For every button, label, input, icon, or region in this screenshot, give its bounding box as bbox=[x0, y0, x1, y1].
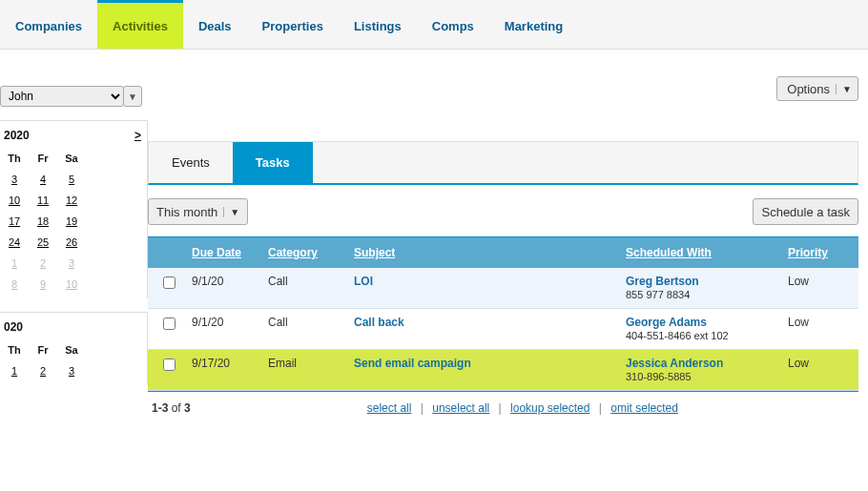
user-dropdown[interactable]: John bbox=[0, 86, 124, 107]
grid-footer: 1-3 of 3 select all | unselect all | loo… bbox=[148, 391, 858, 424]
calendar-day[interactable]: 18 bbox=[29, 211, 57, 232]
cell-phone: 404-551-8466 ext 102 bbox=[626, 330, 729, 341]
calendar-dow: Fr bbox=[29, 339, 57, 360]
cell-phone: 855 977 8834 bbox=[626, 289, 690, 300]
cell-category: Call bbox=[262, 309, 348, 349]
column-checkbox bbox=[148, 237, 186, 268]
calendar-dow: Th bbox=[0, 148, 29, 169]
options-button[interactable]: Options▼ bbox=[776, 76, 858, 101]
calendar-1: 2020> ThFrSa 345101112171819242526123891… bbox=[0, 120, 148, 298]
calendar-day[interactable]: 26 bbox=[57, 232, 86, 253]
calendar-day[interactable]: 1 bbox=[0, 360, 29, 381]
nav-listings[interactable]: Listings bbox=[339, 0, 417, 49]
schedule-task-button[interactable]: Schedule a task bbox=[753, 198, 858, 225]
subtabs: EventsTasks bbox=[148, 141, 858, 185]
calendar-day[interactable]: 10 bbox=[0, 190, 29, 211]
calendar-day: 10 bbox=[57, 274, 86, 295]
calendar-dow: Sa bbox=[57, 148, 86, 169]
cell-phone: 310-896-5885 bbox=[626, 371, 692, 382]
column-category[interactable]: Category bbox=[262, 237, 348, 268]
cell-contact-link[interactable]: Greg Bertson bbox=[626, 275, 699, 288]
calendar-day: 2 bbox=[29, 253, 57, 274]
calendar-year-2: 020 bbox=[4, 320, 23, 334]
calendar-dow: Sa bbox=[57, 339, 86, 360]
nav-deals[interactable]: Deals bbox=[183, 0, 247, 49]
calendar-dow: Th bbox=[0, 339, 29, 360]
row-checkbox[interactable] bbox=[163, 276, 176, 289]
calendar-2: 020 ThFrSa 123 bbox=[0, 312, 148, 385]
date-filter-button[interactable]: This month▼ bbox=[148, 198, 248, 225]
grid-header: Due Date Category Subject Scheduled With… bbox=[148, 237, 858, 268]
row-checkbox[interactable] bbox=[163, 317, 176, 330]
cell-priority: Low bbox=[782, 350, 858, 390]
calendar-day[interactable]: 3 bbox=[57, 360, 86, 381]
table-row: 9/17/20EmailSend email campaignJessica A… bbox=[148, 350, 858, 391]
cell-priority: Low bbox=[782, 268, 858, 308]
unselect-all-link[interactable]: unselect all bbox=[432, 401, 489, 415]
calendar-day[interactable]: 24 bbox=[0, 232, 29, 253]
nav-companies[interactable]: Companies bbox=[0, 0, 97, 49]
calendar-day[interactable]: 4 bbox=[29, 169, 57, 190]
subtab-events[interactable]: Events bbox=[149, 142, 233, 183]
calendar-day[interactable]: 5 bbox=[57, 169, 86, 190]
nav-activities[interactable]: Activities bbox=[97, 0, 183, 49]
cell-contact-link[interactable]: George Adams bbox=[626, 316, 707, 329]
calendar-day[interactable]: 12 bbox=[57, 190, 86, 211]
column-priority[interactable]: Priority bbox=[782, 237, 858, 268]
calendar-day[interactable]: 3 bbox=[0, 169, 29, 190]
cell-due-date: 9/1/20 bbox=[186, 309, 262, 349]
nav-marketing[interactable]: Marketing bbox=[489, 0, 578, 49]
caret-icon: ▼ bbox=[223, 207, 239, 217]
cell-priority: Low bbox=[782, 309, 858, 349]
calendar-day: 3 bbox=[57, 253, 86, 274]
calendar-day[interactable]: 25 bbox=[29, 232, 57, 253]
column-scheduled-with[interactable]: Scheduled With bbox=[620, 237, 782, 268]
calendar-day[interactable]: 2 bbox=[29, 360, 57, 381]
omit-selected-link[interactable]: omit selected bbox=[610, 401, 678, 415]
table-row: 9/1/20CallCall backGeorge Adams404-551-8… bbox=[148, 309, 858, 350]
user-selector: John ▼ bbox=[0, 86, 148, 107]
top-nav: CompaniesActivitiesDealsPropertiesListin… bbox=[0, 0, 868, 50]
cell-due-date: 9/1/20 bbox=[186, 268, 262, 308]
cell-contact-link[interactable]: Jessica Anderson bbox=[626, 357, 723, 370]
subtab-tasks[interactable]: Tasks bbox=[233, 142, 313, 183]
calendar-day[interactable]: 11 bbox=[29, 190, 57, 211]
cell-due-date: 9/17/20 bbox=[186, 350, 262, 390]
nav-properties[interactable]: Properties bbox=[247, 0, 339, 49]
calendar-day[interactable]: 17 bbox=[0, 211, 29, 232]
column-due-date[interactable]: Due Date bbox=[186, 237, 262, 268]
cell-category: Email bbox=[262, 350, 348, 390]
calendar-day[interactable]: 19 bbox=[57, 211, 86, 232]
cell-subject-link[interactable]: Call back bbox=[354, 316, 404, 329]
tasks-grid: Due Date Category Subject Scheduled With… bbox=[148, 236, 858, 424]
column-subject[interactable]: Subject bbox=[348, 237, 620, 268]
table-row: 9/1/20CallLOIGreg Bertson855 977 8834Low bbox=[148, 268, 858, 309]
lookup-selected-link[interactable]: lookup selected bbox=[510, 401, 589, 415]
calendar-year: 2020 bbox=[4, 129, 30, 142]
cell-category: Call bbox=[262, 268, 348, 308]
calendar-dow: Fr bbox=[29, 148, 57, 169]
calendar-next[interactable]: > bbox=[134, 129, 141, 142]
cell-subject-link[interactable]: Send email campaign bbox=[354, 357, 471, 370]
calendar-day: 8 bbox=[0, 274, 29, 295]
nav-comps[interactable]: Comps bbox=[417, 0, 489, 49]
calendar-day: 1 bbox=[0, 253, 29, 274]
cell-subject-link[interactable]: LOI bbox=[354, 275, 373, 288]
row-checkbox[interactable] bbox=[163, 358, 176, 371]
caret-icon: ▼ bbox=[836, 84, 852, 94]
user-dropdown-caret[interactable]: ▼ bbox=[123, 86, 142, 107]
select-all-link[interactable]: select all bbox=[367, 401, 412, 415]
calendar-day: 9 bbox=[29, 274, 57, 295]
